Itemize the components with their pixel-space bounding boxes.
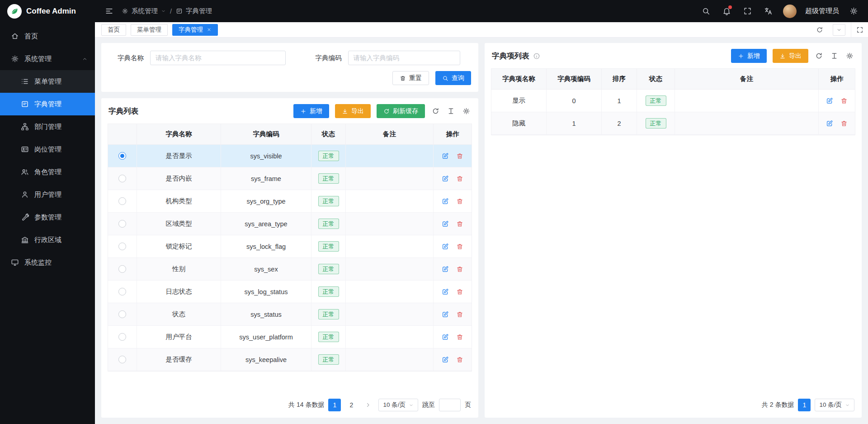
sidebar-item-role-management[interactable]: 角色管理 xyxy=(0,161,95,183)
dict-code-cell: sys_org_type xyxy=(221,190,311,213)
page-1-button[interactable]: 1 xyxy=(328,399,341,411)
edit-button[interactable] xyxy=(440,219,450,229)
edit-button[interactable] xyxy=(440,310,450,319)
dict-row[interactable]: 日志状态sys_log_status正常 xyxy=(108,281,472,303)
sidebar-item-menu-management[interactable]: 菜单管理 xyxy=(0,70,95,93)
user-name[interactable]: 超级管理员 xyxy=(805,7,839,15)
dict-code-input[interactable] xyxy=(348,51,460,65)
row-select-radio[interactable] xyxy=(118,152,126,160)
tab-menu-management[interactable]: 菜单管理 xyxy=(131,24,168,36)
edit-button[interactable] xyxy=(440,332,450,342)
tab-home[interactable]: 首页 xyxy=(101,24,126,36)
settings-button[interactable] xyxy=(848,5,860,17)
row-select-radio[interactable] xyxy=(118,288,126,295)
dict-item-row[interactable]: 隐藏12正常 xyxy=(491,112,855,135)
menu-fold-icon xyxy=(105,7,113,15)
dict-row[interactable]: 机构类型sys_org_type正常 xyxy=(108,190,472,213)
sidebar-item-dict-management[interactable]: 字典管理 xyxy=(0,93,95,115)
sidebar-item-dept-management[interactable]: 部门管理 xyxy=(0,115,95,138)
row-select-radio[interactable] xyxy=(118,243,126,250)
delete-button[interactable] xyxy=(455,310,465,319)
delete-button[interactable] xyxy=(455,264,465,274)
delete-button[interactable] xyxy=(839,119,849,129)
add-dict-item-button[interactable]: 新增 xyxy=(731,49,767,63)
dict-row[interactable]: 区域类型sys_area_type正常 xyxy=(108,213,472,235)
notifications-button[interactable] xyxy=(721,5,733,17)
dict-row[interactable]: 状态sys_status正常 xyxy=(108,303,472,326)
delete-button[interactable] xyxy=(455,242,465,252)
delete-button[interactable] xyxy=(839,96,849,106)
edit-button[interactable] xyxy=(825,119,835,129)
delete-button[interactable] xyxy=(455,219,465,229)
refresh-page-button[interactable] xyxy=(812,22,827,37)
jump-page-input[interactable] xyxy=(439,399,461,411)
dict-row[interactable]: 性别sys_sex正常 xyxy=(108,258,472,281)
page-2-button[interactable]: 2 xyxy=(345,399,358,411)
dict-name-input[interactable] xyxy=(150,51,286,65)
row-select-radio[interactable] xyxy=(118,175,126,182)
next-page-button[interactable] xyxy=(362,399,374,411)
edit-button[interactable] xyxy=(440,196,450,206)
export-dict-item-button[interactable]: 导出 xyxy=(773,49,808,63)
row-select-radio[interactable] xyxy=(118,220,126,228)
page-size-select[interactable]: 10 条/页 xyxy=(378,399,418,411)
row-select-radio[interactable] xyxy=(118,356,126,363)
density-button[interactable] xyxy=(830,51,839,61)
edit-button[interactable] xyxy=(440,174,450,184)
close-icon[interactable] xyxy=(207,27,212,32)
delete-button[interactable] xyxy=(455,355,465,365)
delete-button[interactable] xyxy=(455,174,465,184)
sidebar-item-post-management[interactable]: 岗位管理 xyxy=(0,138,95,161)
row-select-radio[interactable] xyxy=(118,310,126,318)
delete-button[interactable] xyxy=(455,332,465,342)
dict-row[interactable]: 是否缓存sys_keepalive正常 xyxy=(108,348,472,371)
reload-table-button[interactable] xyxy=(814,51,824,61)
table-settings-button[interactable] xyxy=(462,106,471,116)
sidebar-item-system-management[interactable]: 系统管理 xyxy=(0,48,95,70)
breadcrumb-system[interactable]: 系统管理 xyxy=(122,7,166,15)
edit-button[interactable] xyxy=(440,264,450,274)
reload-table-button[interactable] xyxy=(431,106,440,116)
dict-row[interactable]: 是否内嵌sys_frame正常 xyxy=(108,167,472,190)
delete-button[interactable] xyxy=(455,287,465,297)
dict-item-row[interactable]: 显示01正常 xyxy=(491,90,855,112)
dict-row[interactable]: 用户平台sys_user_platform正常 xyxy=(108,326,472,348)
delete-button[interactable] xyxy=(455,196,465,206)
edit-button[interactable] xyxy=(440,242,450,252)
edit-button[interactable] xyxy=(440,355,450,365)
avatar[interactable] xyxy=(783,5,797,18)
fullscreen-button[interactable] xyxy=(741,5,754,17)
content-fullscreen-button[interactable] xyxy=(851,22,868,37)
sidebar-item-region-management[interactable]: 行政区域 xyxy=(0,229,95,251)
query-button[interactable]: 查询 xyxy=(435,71,471,85)
breadcrumb-dict[interactable]: 字典管理 xyxy=(176,7,212,15)
export-dict-button[interactable]: 导出 xyxy=(335,104,371,118)
sidebar-item-system-monitor[interactable]: 系统监控 xyxy=(0,251,95,274)
sidebar-item-param-management[interactable]: 参数管理 xyxy=(0,206,95,229)
language-button[interactable] xyxy=(762,5,774,17)
row-select-radio[interactable] xyxy=(118,265,126,273)
density-button[interactable] xyxy=(446,106,456,116)
search-button[interactable] xyxy=(700,5,712,17)
edit-button[interactable] xyxy=(440,287,450,297)
sidebar-item-home[interactable]: 首页 xyxy=(0,25,95,48)
table-settings-button[interactable] xyxy=(845,51,854,61)
tab-options-button[interactable] xyxy=(833,24,845,36)
sidebar-item-label: 字典管理 xyxy=(34,100,61,109)
edit-button[interactable] xyxy=(440,151,450,161)
dict-remark-cell xyxy=(346,167,434,190)
sidebar-item-user-management[interactable]: 用户管理 xyxy=(0,183,95,206)
row-select-radio[interactable] xyxy=(118,333,126,341)
row-select-radio[interactable] xyxy=(118,197,126,205)
dict-row[interactable]: 锁定标记sys_lock_flag正常 xyxy=(108,235,472,258)
reset-button[interactable]: 重置 xyxy=(392,71,429,85)
page-size-select[interactable]: 10 条/页 xyxy=(815,399,854,411)
collapse-sidebar-button[interactable] xyxy=(103,5,115,17)
refresh-cache-button[interactable]: 刷新缓存 xyxy=(377,104,425,118)
delete-button[interactable] xyxy=(455,151,465,161)
edit-button[interactable] xyxy=(825,96,835,106)
dict-row[interactable]: 是否显示sys_visible正常 xyxy=(108,145,472,167)
tab-dict-management[interactable]: 字典管理 xyxy=(172,24,218,36)
add-dict-button[interactable]: 新增 xyxy=(293,104,329,118)
page-1-button[interactable]: 1 xyxy=(798,399,811,411)
